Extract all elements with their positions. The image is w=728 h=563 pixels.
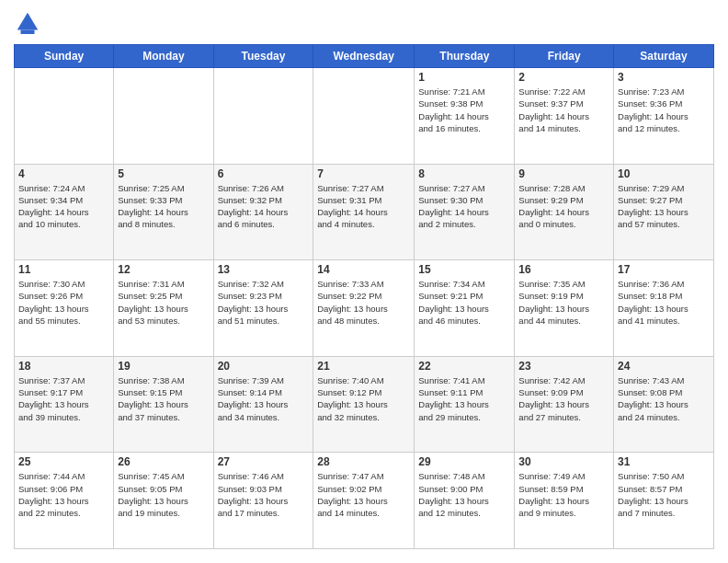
logo-icon bbox=[14, 9, 41, 37]
day-detail: Sunrise: 7:30 AMSunset: 9:26 PMDaylight:… bbox=[18, 278, 109, 327]
day-detail: Sunrise: 7:43 AMSunset: 9:08 PMDaylight:… bbox=[618, 374, 710, 423]
day-cell: 5Sunrise: 7:25 AMSunset: 9:33 PMDaylight… bbox=[114, 164, 213, 260]
svg-marker-0 bbox=[17, 13, 39, 30]
day-cell: 31Sunrise: 7:50 AMSunset: 8:57 PMDayligh… bbox=[614, 453, 714, 549]
day-detail: Sunrise: 7:23 AMSunset: 9:36 PMDaylight:… bbox=[618, 86, 710, 134]
day-detail: Sunrise: 7:31 AMSunset: 9:25 PMDaylight:… bbox=[118, 278, 209, 327]
day-detail: Sunrise: 7:34 AMSunset: 9:21 PMDaylight:… bbox=[418, 278, 510, 327]
day-cell: 26Sunrise: 7:45 AMSunset: 9:05 PMDayligh… bbox=[114, 453, 213, 549]
header bbox=[14, 9, 714, 37]
calendar-table: SundayMondayTuesdayWednesdayThursdayFrid… bbox=[14, 44, 714, 549]
day-header-tuesday: Tuesday bbox=[213, 45, 313, 68]
day-cell: 20Sunrise: 7:39 AMSunset: 9:14 PMDayligh… bbox=[213, 356, 313, 453]
day-number: 17 bbox=[618, 263, 710, 276]
day-detail: Sunrise: 7:46 AMSunset: 9:03 PMDaylight:… bbox=[218, 470, 310, 519]
day-detail: Sunrise: 7:48 AMSunset: 9:00 PMDaylight:… bbox=[418, 470, 510, 519]
svg-rect-1 bbox=[21, 30, 35, 35]
day-number: 21 bbox=[317, 360, 410, 373]
day-cell: 10Sunrise: 7:29 AMSunset: 9:27 PMDayligh… bbox=[614, 164, 714, 260]
day-number: 9 bbox=[518, 167, 609, 180]
day-detail: Sunrise: 7:42 AMSunset: 9:09 PMDaylight:… bbox=[518, 374, 609, 423]
day-number: 3 bbox=[618, 71, 710, 84]
day-detail: Sunrise: 7:44 AMSunset: 9:06 PMDaylight:… bbox=[18, 470, 109, 519]
day-detail: Sunrise: 7:40 AMSunset: 9:12 PMDaylight:… bbox=[317, 374, 410, 423]
day-number: 18 bbox=[18, 360, 109, 373]
day-number: 6 bbox=[218, 167, 310, 180]
day-detail: Sunrise: 7:21 AMSunset: 9:38 PMDaylight:… bbox=[418, 86, 510, 134]
day-cell: 1Sunrise: 7:21 AMSunset: 9:38 PMDaylight… bbox=[415, 68, 515, 165]
week-row-5: 25Sunrise: 7:44 AMSunset: 9:06 PMDayligh… bbox=[15, 453, 714, 549]
day-cell: 7Sunrise: 7:27 AMSunset: 9:31 PMDaylight… bbox=[313, 164, 415, 260]
day-cell: 27Sunrise: 7:46 AMSunset: 9:03 PMDayligh… bbox=[213, 453, 313, 549]
day-detail: Sunrise: 7:25 AMSunset: 9:33 PMDaylight:… bbox=[118, 182, 209, 231]
calendar-body: 1Sunrise: 7:21 AMSunset: 9:38 PMDaylight… bbox=[15, 68, 714, 549]
day-cell: 2Sunrise: 7:22 AMSunset: 9:37 PMDaylight… bbox=[515, 68, 614, 165]
day-number: 7 bbox=[317, 167, 410, 180]
day-header-monday: Monday bbox=[114, 45, 213, 68]
day-detail: Sunrise: 7:41 AMSunset: 9:11 PMDaylight:… bbox=[418, 374, 510, 423]
day-cell bbox=[114, 68, 213, 165]
week-row-2: 4Sunrise: 7:24 AMSunset: 9:34 PMDaylight… bbox=[15, 164, 714, 260]
day-cell: 29Sunrise: 7:48 AMSunset: 9:00 PMDayligh… bbox=[415, 453, 515, 549]
day-cell bbox=[313, 68, 415, 165]
day-number: 28 bbox=[317, 455, 410, 468]
day-number: 5 bbox=[118, 167, 209, 180]
day-number: 30 bbox=[518, 455, 609, 468]
day-detail: Sunrise: 7:38 AMSunset: 9:15 PMDaylight:… bbox=[118, 374, 209, 423]
day-cell: 21Sunrise: 7:40 AMSunset: 9:12 PMDayligh… bbox=[313, 356, 415, 453]
day-detail: Sunrise: 7:27 AMSunset: 9:30 PMDaylight:… bbox=[418, 182, 510, 231]
day-detail: Sunrise: 7:32 AMSunset: 9:23 PMDaylight:… bbox=[218, 278, 310, 327]
day-number: 23 bbox=[518, 360, 609, 373]
day-cell: 28Sunrise: 7:47 AMSunset: 9:02 PMDayligh… bbox=[313, 453, 415, 549]
day-header-sunday: Sunday bbox=[15, 45, 114, 68]
day-detail: Sunrise: 7:33 AMSunset: 9:22 PMDaylight:… bbox=[317, 278, 410, 327]
day-detail: Sunrise: 7:39 AMSunset: 9:14 PMDaylight:… bbox=[218, 374, 310, 423]
day-number: 15 bbox=[418, 263, 510, 276]
day-cell: 11Sunrise: 7:30 AMSunset: 9:26 PMDayligh… bbox=[15, 260, 114, 357]
day-cell: 14Sunrise: 7:33 AMSunset: 9:22 PMDayligh… bbox=[313, 260, 415, 357]
day-cell: 8Sunrise: 7:27 AMSunset: 9:30 PMDaylight… bbox=[415, 164, 515, 260]
day-cell: 19Sunrise: 7:38 AMSunset: 9:15 PMDayligh… bbox=[114, 356, 213, 453]
day-number: 22 bbox=[418, 360, 510, 373]
day-detail: Sunrise: 7:50 AMSunset: 8:57 PMDaylight:… bbox=[618, 470, 710, 519]
day-cell: 24Sunrise: 7:43 AMSunset: 9:08 PMDayligh… bbox=[614, 356, 714, 453]
day-number: 16 bbox=[518, 263, 609, 276]
day-detail: Sunrise: 7:28 AMSunset: 9:29 PMDaylight:… bbox=[518, 182, 609, 231]
day-number: 1 bbox=[418, 71, 510, 84]
day-cell bbox=[15, 68, 114, 165]
day-number: 10 bbox=[618, 167, 710, 180]
day-number: 8 bbox=[418, 167, 510, 180]
day-cell: 30Sunrise: 7:49 AMSunset: 8:59 PMDayligh… bbox=[515, 453, 614, 549]
day-header-friday: Friday bbox=[515, 45, 614, 68]
day-number: 29 bbox=[418, 455, 510, 468]
day-cell: 4Sunrise: 7:24 AMSunset: 9:34 PMDaylight… bbox=[15, 164, 114, 260]
day-detail: Sunrise: 7:24 AMSunset: 9:34 PMDaylight:… bbox=[18, 182, 109, 231]
day-cell: 16Sunrise: 7:35 AMSunset: 9:19 PMDayligh… bbox=[515, 260, 614, 357]
day-cell: 25Sunrise: 7:44 AMSunset: 9:06 PMDayligh… bbox=[15, 453, 114, 549]
calendar-header: SundayMondayTuesdayWednesdayThursdayFrid… bbox=[15, 45, 714, 68]
day-number: 27 bbox=[218, 455, 310, 468]
day-cell: 3Sunrise: 7:23 AMSunset: 9:36 PMDaylight… bbox=[614, 68, 714, 165]
day-number: 26 bbox=[118, 455, 209, 468]
day-cell: 13Sunrise: 7:32 AMSunset: 9:23 PMDayligh… bbox=[213, 260, 313, 357]
day-cell: 12Sunrise: 7:31 AMSunset: 9:25 PMDayligh… bbox=[114, 260, 213, 357]
day-detail: Sunrise: 7:47 AMSunset: 9:02 PMDaylight:… bbox=[317, 470, 410, 519]
day-number: 25 bbox=[18, 455, 109, 468]
day-number: 19 bbox=[118, 360, 209, 373]
days-of-week-row: SundayMondayTuesdayWednesdayThursdayFrid… bbox=[15, 45, 714, 68]
day-detail: Sunrise: 7:27 AMSunset: 9:31 PMDaylight:… bbox=[317, 182, 410, 231]
day-detail: Sunrise: 7:37 AMSunset: 9:17 PMDaylight:… bbox=[18, 374, 109, 423]
day-cell: 15Sunrise: 7:34 AMSunset: 9:21 PMDayligh… bbox=[415, 260, 515, 357]
day-cell: 23Sunrise: 7:42 AMSunset: 9:09 PMDayligh… bbox=[515, 356, 614, 453]
day-detail: Sunrise: 7:22 AMSunset: 9:37 PMDaylight:… bbox=[518, 86, 609, 134]
day-detail: Sunrise: 7:45 AMSunset: 9:05 PMDaylight:… bbox=[118, 470, 209, 519]
day-number: 2 bbox=[518, 71, 609, 84]
day-detail: Sunrise: 7:49 AMSunset: 8:59 PMDaylight:… bbox=[518, 470, 609, 519]
day-number: 11 bbox=[18, 263, 109, 276]
day-detail: Sunrise: 7:36 AMSunset: 9:18 PMDaylight:… bbox=[618, 278, 710, 327]
day-cell: 18Sunrise: 7:37 AMSunset: 9:17 PMDayligh… bbox=[15, 356, 114, 453]
day-header-wednesday: Wednesday bbox=[313, 45, 415, 68]
day-detail: Sunrise: 7:29 AMSunset: 9:27 PMDaylight:… bbox=[618, 182, 710, 231]
day-number: 14 bbox=[317, 263, 410, 276]
logo bbox=[14, 9, 45, 37]
